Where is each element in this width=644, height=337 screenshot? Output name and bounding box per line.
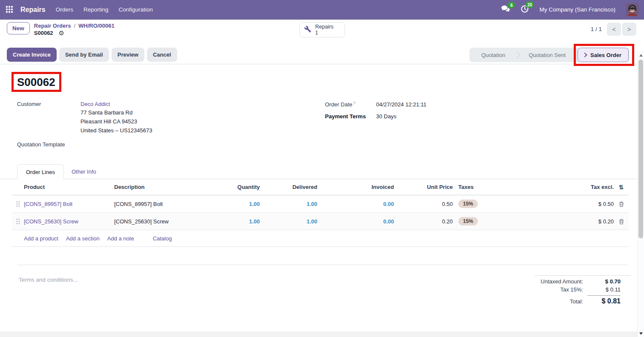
product-link[interactable]: [CONS_89957] Bolt [24, 201, 114, 207]
col-description[interactable]: Description [114, 184, 183, 190]
terms-and-conditions-input[interactable]: Terms and conditions... [19, 277, 78, 283]
scroll-down-icon[interactable] [639, 332, 643, 335]
messages-button[interactable]: 6 [501, 5, 510, 14]
statusbar: Quotation Quotation Sent Sales Order [469, 48, 630, 62]
quotation-template-label: Quotation Template [17, 141, 80, 148]
bottom-strip [0, 331, 637, 337]
apps-grid-icon[interactable] [6, 6, 14, 14]
col-delivered[interactable]: Delivered [260, 184, 317, 190]
quantity-cell[interactable]: 1.00 [183, 218, 260, 225]
untaxed-amount-value: $ 0.70 [587, 278, 621, 285]
address-line: Pleasant Hill CA 94523 [80, 117, 311, 126]
breadcrumb-area: New Repair Orders / WH/RO/00061 S00062 ⚙ [7, 22, 115, 36]
navbar-right: 6 20 My Company (San Francisco) [501, 3, 639, 16]
menu-reporting[interactable]: Reporting [83, 6, 109, 13]
customer-address: 77 Santa Barbara Rd Pleasant Hill CA 945… [80, 108, 311, 135]
activities-badge: 20 [526, 1, 534, 8]
action-row: Create Invoice Send by Email Preview Can… [0, 44, 637, 64]
sheet-divider [0, 64, 637, 64]
total-label: Total: [519, 298, 583, 305]
add-product-link[interactable]: Add a product [24, 235, 58, 242]
smart-button-count: 1 [315, 30, 334, 36]
action-buttons: Create Invoice Send by Email Preview Can… [7, 48, 177, 62]
create-invoice-button[interactable]: Create Invoice [7, 48, 57, 62]
vertical-scrollbar[interactable] [637, 51, 644, 337]
add-note-link[interactable]: Add a note [107, 235, 134, 242]
scroll-up-icon[interactable] [639, 54, 643, 57]
breadcrumb-separator: / [74, 23, 75, 29]
list-footer-links: Add a product Add a section Add a note C… [12, 231, 629, 247]
user-avatar[interactable] [626, 3, 639, 16]
menu-configuration[interactable]: Configuration [119, 6, 153, 13]
tax-badge[interactable]: 15% [458, 200, 478, 208]
table-row[interactable]: [CONS_89957] Bolt [CONS_89957] Bolt 1.00… [12, 195, 629, 213]
page-title: S00062 [17, 76, 55, 89]
col-invoiced[interactable]: Invoiced [317, 184, 394, 190]
pager-next-button[interactable]: > [622, 23, 636, 36]
tab-order-lines[interactable]: Order Lines [17, 164, 64, 179]
wrench-icon [304, 26, 311, 34]
col-taxes[interactable]: Taxes [453, 184, 561, 190]
address-line: 77 Santa Barbara Rd [80, 108, 311, 117]
delete-row-icon[interactable] [614, 218, 629, 225]
send-by-email-button[interactable]: Send by Email [59, 48, 109, 62]
messages-badge: 6 [508, 2, 515, 9]
cancel-button[interactable]: Cancel [147, 48, 177, 62]
company-name[interactable]: My Company (San Francisco) [539, 6, 615, 13]
tax-badge[interactable]: 15% [458, 217, 478, 226]
pager-previous-button[interactable]: < [607, 23, 621, 36]
breadcrumb-repair-orders[interactable]: Repair Orders [34, 23, 71, 29]
catalog-link[interactable]: Catalog [153, 235, 172, 242]
status-step-quotation[interactable]: Quotation [473, 52, 514, 58]
drag-handle-icon[interactable] [12, 201, 24, 207]
tax-label: Tax 15%: [519, 286, 583, 293]
add-section-link[interactable]: Add a section [66, 235, 100, 242]
help-icon[interactable]: ? [353, 101, 355, 105]
invoiced-cell[interactable]: 0.00 [317, 201, 394, 207]
delivered-cell[interactable]: 1.00 [260, 201, 317, 207]
taxes-cell: 15% [453, 200, 561, 208]
pager: 1 / 1 < > [591, 23, 636, 36]
activities-button[interactable]: 20 [520, 5, 529, 14]
unit-price-cell[interactable]: 0.20 [394, 218, 453, 225]
breadcrumb-repair-order-ref[interactable]: WH/RO/00061 [78, 23, 115, 29]
taxes-cell: 15% [453, 217, 561, 226]
status-step-quotation-sent[interactable]: Quotation Sent [520, 52, 574, 58]
product-link[interactable]: [CONS_25630] Screw [24, 218, 114, 225]
status-step-sales-order[interactable]: Sales Order [578, 48, 629, 62]
tab-other-info[interactable]: Other Info [64, 164, 104, 179]
col-product[interactable]: Product [24, 184, 114, 190]
order-date-field[interactable]: 04/27/2024 12:21:11 [376, 101, 426, 108]
description-cell[interactable]: [CONS_89957] Bolt [114, 201, 183, 207]
notebook-tabs: Order Lines Other Info [17, 164, 104, 179]
top-navbar: Repairs Orders Reporting Configuration 6 [0, 0, 644, 20]
section-divider [17, 265, 629, 265]
menu-orders[interactable]: Orders [56, 6, 73, 13]
scrollbar-thumb[interactable] [638, 60, 643, 238]
app-name[interactable]: Repairs [20, 6, 46, 14]
preview-button[interactable]: Preview [112, 48, 144, 62]
col-quantity[interactable]: Quantity [183, 184, 260, 190]
delivered-cell[interactable]: 1.00 [260, 218, 317, 225]
payment-terms-field[interactable]: 30 Days [376, 113, 397, 120]
col-subtotal[interactable]: Tax excl. [561, 184, 614, 190]
new-button[interactable]: New [7, 22, 30, 34]
unit-price-cell[interactable]: 0.50 [394, 201, 453, 207]
drag-handle-icon[interactable] [12, 218, 24, 225]
customer-link[interactable]: Deco Addict [80, 101, 110, 107]
description-cell[interactable]: [CONS_25630] Screw [114, 218, 183, 225]
invoiced-cell[interactable]: 0.00 [317, 218, 394, 225]
totals-top-border [535, 275, 630, 276]
delete-row-icon[interactable] [614, 201, 629, 207]
chevron-right-icon [582, 52, 587, 57]
field-group-left: Customer Deco Addict 77 Santa Barbara Rd… [17, 101, 311, 148]
table-row[interactable]: [CONS_25630] Screw [CONS_25630] Screw 1.… [12, 213, 629, 230]
repairs-smart-button[interactable]: Repairs 1 [299, 22, 345, 37]
status-step-label: Sales Order [590, 52, 621, 58]
gear-icon[interactable]: ⚙ [59, 30, 64, 36]
optional-columns-icon[interactable]: ⇅ [614, 184, 629, 191]
quantity-cell[interactable]: 1.00 [183, 201, 260, 207]
address-line: United States – US12345673 [80, 126, 311, 135]
order-date-label: Order Date? [325, 101, 376, 108]
col-unit-price[interactable]: Unit Price [394, 184, 453, 190]
